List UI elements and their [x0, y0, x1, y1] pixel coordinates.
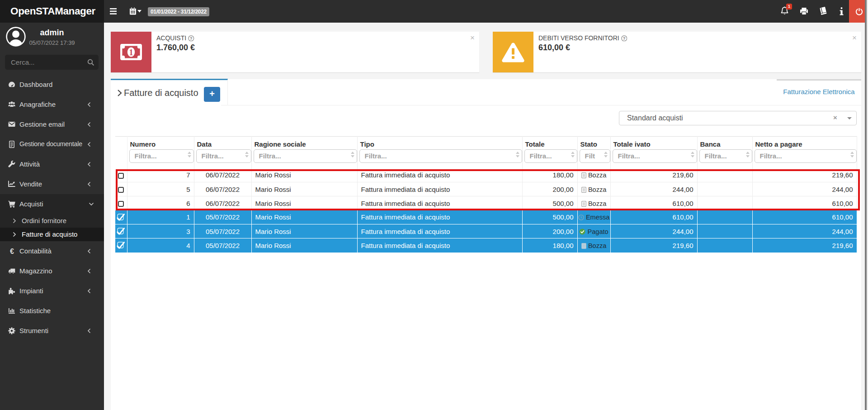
svg-text:€: €: [10, 248, 14, 255]
svg-text:?: ?: [190, 36, 193, 41]
svg-text:?: ?: [623, 36, 625, 41]
svg-text:1: 1: [129, 48, 133, 57]
